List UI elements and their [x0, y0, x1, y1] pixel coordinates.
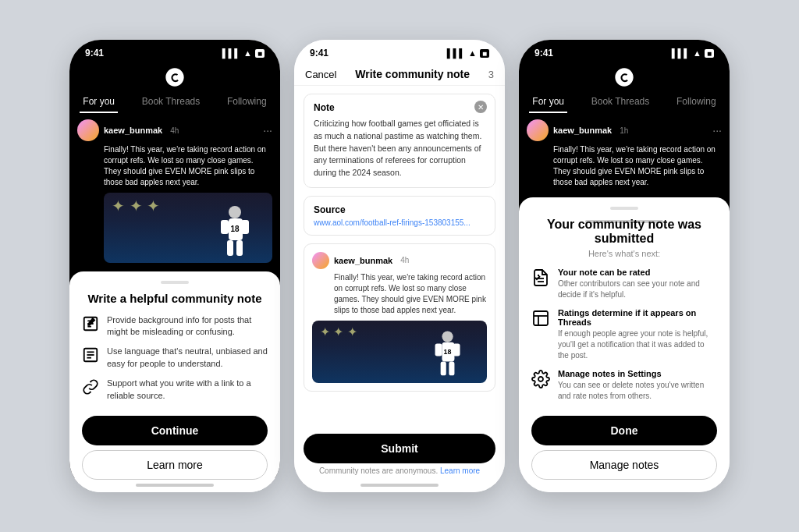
- home-indicator-1: [136, 484, 214, 487]
- tab-for-you-3[interactable]: For you: [529, 91, 567, 113]
- submit-button[interactable]: Submit: [304, 434, 495, 463]
- status-icons-2: ▌▌▌ ▲ ■: [447, 48, 489, 58]
- write-note-title: Write community note: [355, 68, 470, 80]
- post-header-3: kaew_bunmak 1h ···: [527, 119, 722, 141]
- sheet-handle-1: [161, 281, 189, 284]
- info-title-1: Your note can be rated: [558, 268, 717, 277]
- note-close-button[interactable]: ✕: [474, 101, 487, 113]
- status-bar-2: 9:41 ▌▌▌ ▲ ■: [294, 40, 505, 62]
- field-lights-2: ✦ ✦ ✦: [320, 325, 357, 339]
- battery-icon: ■: [255, 49, 265, 58]
- tab-book-threads-1[interactable]: Book Threads: [139, 91, 204, 113]
- player-svg-1: 18: [218, 204, 253, 263]
- nav-tabs-1: For you Book Threads Following: [69, 91, 280, 113]
- anon-notice: Community notes are anonymous. Learn mor…: [304, 466, 495, 475]
- preview-time: 4h: [400, 256, 409, 264]
- write-note-header: Cancel Write community note 3: [294, 62, 505, 86]
- battery-icon-2: ■: [480, 49, 489, 58]
- svg-point-24: [538, 377, 543, 381]
- svg-text:18: 18: [230, 225, 240, 233]
- ratings-icon: [531, 309, 550, 328]
- info-text-3: Manage notes in Settings You can see or …: [558, 369, 717, 402]
- post-username-3: kaew_bunmak: [553, 126, 612, 135]
- svg-point-0: [229, 206, 241, 218]
- post-text-1: Finally! This year, we're taking record …: [77, 144, 272, 188]
- submitted-subtitle: Here's what's next:: [531, 249, 717, 258]
- cancel-button[interactable]: Cancel: [305, 69, 336, 80]
- svg-rect-3: [227, 240, 233, 256]
- sheet-title-1: Write a helpful community note: [82, 292, 268, 305]
- preview-text: Finally! This year, we're taking record …: [312, 272, 487, 316]
- post-preview: kaew_bunmak 4h Finally! This year, we're…: [304, 243, 495, 392]
- tab-following-1[interactable]: Following: [224, 91, 270, 113]
- wifi-icon-3: ▲: [693, 48, 701, 58]
- post-username-1: kaew_bunmak: [104, 126, 162, 135]
- threads-logo-3: [613, 66, 635, 88]
- sheet-item-2: Use language that's neutral, unbiased an…: [82, 346, 268, 370]
- post-more-3[interactable]: ···: [712, 124, 722, 137]
- avatar-3: [527, 119, 549, 141]
- info-text-2: Ratings determine if it appears on Threa…: [558, 308, 717, 361]
- manage-notes-button[interactable]: Manage notes: [531, 450, 717, 480]
- info-item-2: Ratings determine if it appears on Threa…: [531, 308, 717, 361]
- submit-area: Submit Community notes are anonymous. Le…: [294, 421, 505, 478]
- info-title-3: Manage notes in Settings: [558, 369, 717, 378]
- source-card: Source www.aol.com/football-ref-firings-…: [304, 196, 495, 236]
- info-title-2: Ratings determine if it appears on Threa…: [558, 308, 717, 327]
- player-svg-2: 18: [432, 328, 463, 383]
- post-more-1[interactable]: ···: [263, 124, 272, 137]
- status-bar-1: 9:41 ▌▌▌ ▲ ■: [69, 40, 280, 62]
- info-desc-1: Other contributors can see your note and…: [558, 278, 717, 300]
- svg-rect-5: [221, 220, 229, 234]
- svg-rect-6: [241, 220, 249, 234]
- link-icon-1: [82, 378, 99, 395]
- note-card: Note Criticizing how football games get …: [304, 94, 495, 188]
- svg-rect-15: [441, 361, 446, 375]
- home-bar-2: [294, 478, 505, 492]
- info-desc-2: If enough people agree your note is help…: [558, 328, 717, 361]
- rate-icon: [531, 268, 550, 287]
- settings-icon: [531, 370, 550, 388]
- info-item-3: Manage notes in Settings You can see or …: [531, 369, 717, 402]
- preview-avatar: [312, 252, 329, 269]
- info-desc-3: You can see or delete notes you've writt…: [558, 380, 717, 402]
- phone3-header: For you Book Threads Following: [519, 62, 730, 113]
- sheet-item-text-1: Provide background info for posts that m…: [107, 314, 268, 339]
- wifi-icon-2: ▲: [468, 48, 477, 58]
- phone-2-body: Note Criticizing how football games get …: [294, 86, 505, 421]
- submitted-handle: [610, 207, 638, 210]
- tab-following-3[interactable]: Following: [673, 91, 719, 113]
- preview-post-header: kaew_bunmak 4h: [312, 252, 487, 269]
- learn-more-button-1[interactable]: Learn more: [82, 450, 268, 480]
- status-bar-3: 9:41 ▌▌▌ ▲ ■: [519, 40, 730, 62]
- sheet-item-1: Provide background info for posts that m…: [82, 314, 268, 339]
- continue-button[interactable]: Continue: [82, 416, 268, 445]
- note-count: 3: [488, 69, 494, 80]
- field-lights-1: ✦ ✦ ✦: [112, 197, 160, 215]
- post-text-3: Finally! This year, we're taking record …: [527, 144, 722, 188]
- list-icon-1: [82, 346, 99, 364]
- sheet-item-text-2: Use language that's neutral, unbiased an…: [107, 346, 268, 370]
- nav-tabs-3: For you Book Threads Following: [519, 91, 730, 113]
- time-2: 9:41: [310, 48, 328, 59]
- signal-icon-3: ▌▌▌: [672, 48, 690, 58]
- info-item-1: Your note can be rated Other contributor…: [531, 268, 717, 300]
- done-button[interactable]: Done: [531, 416, 717, 445]
- tab-for-you-1[interactable]: For you: [80, 91, 118, 113]
- phone-2: 9:41 ▌▌▌ ▲ ■ Cancel Write community note…: [294, 40, 505, 492]
- post-image-1: ✦ ✦ ✦ 18: [104, 193, 272, 263]
- bottom-sheet-1: Write a helpful community note Provide b…: [69, 271, 280, 492]
- home-indicator-2: [360, 484, 439, 487]
- anon-learn-more[interactable]: Learn more: [440, 466, 480, 475]
- svg-rect-18: [453, 343, 460, 356]
- note-text: Criticizing how football games get offic…: [314, 118, 485, 179]
- time-1: 9:41: [85, 48, 104, 59]
- sheet-item-3: Support what you write with a link to a …: [82, 378, 268, 402]
- signal-icon: ▌▌▌: [222, 48, 240, 58]
- svg-text:18: 18: [444, 348, 452, 356]
- tab-book-threads-3[interactable]: Book Threads: [588, 91, 653, 113]
- svg-rect-21: [534, 311, 548, 325]
- source-url[interactable]: www.aol.com/football-ref-firings-1538031…: [314, 218, 485, 227]
- svg-rect-4: [236, 240, 243, 256]
- avatar-1: [77, 119, 99, 141]
